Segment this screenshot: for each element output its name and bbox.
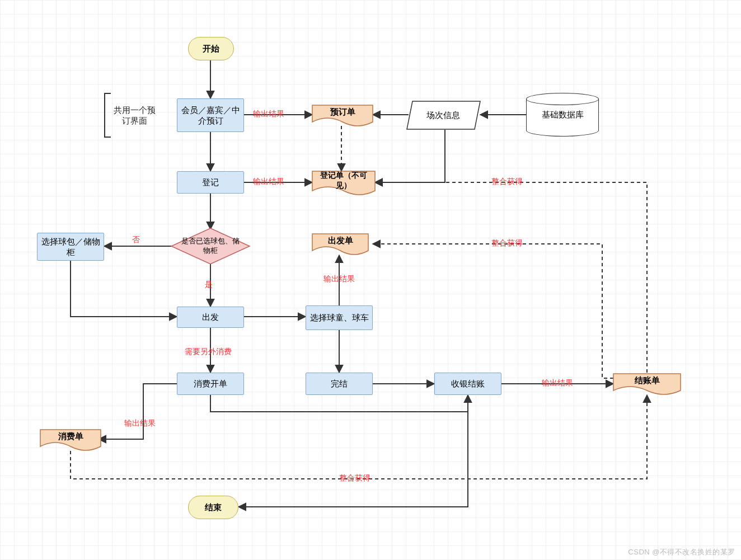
data-session-info: 场次信息 (409, 101, 478, 129)
shared-ui-note-label: 共用一个预订界面 (114, 105, 156, 125)
process-select-bag: 选择球包／储物柜 (37, 233, 104, 261)
edge-output-3: 输出结果 (323, 274, 355, 284)
process-booking: 会员／嘉宾／中介预订 (177, 98, 244, 132)
bracket-annotation (104, 93, 111, 138)
cashier-label: 收银结账 (451, 378, 485, 389)
consume-order-label: 消费开单 (194, 378, 227, 389)
grid-background (0, 0, 741, 560)
process-select-caddie: 选择球童、球车 (306, 305, 373, 330)
doc-consume-label: 消费单 (58, 431, 83, 442)
register-label: 登记 (202, 177, 219, 188)
edge-extra-consume: 需要另外消费 (185, 347, 232, 357)
session-info-label: 场次信息 (426, 110, 460, 121)
shared-ui-note: 共用一个预订界面 (112, 105, 157, 126)
edge-output-1: 输出结果 (253, 109, 284, 119)
select-caddie-label: 选择球童、球车 (310, 312, 369, 323)
select-bag-label: 选择球包／储物柜 (41, 236, 100, 258)
process-depart: 出发 (177, 307, 244, 328)
doc-checkout: 结账单 (613, 373, 681, 388)
edge-integrate-2: 整合获得 (491, 238, 523, 248)
watermark-text: CSDN @不得不改名换姓的某罗 (628, 548, 735, 556)
doc-booking-label: 预订单 (330, 106, 355, 117)
edge-output-5: 输出结果 (542, 378, 573, 388)
edge-no: 否 (132, 235, 140, 245)
base-db-label: 基础数据库 (542, 110, 584, 120)
doc-register: 登记单（不可见） (312, 170, 375, 190)
doc-consume: 消费单 (40, 429, 101, 444)
process-cashier: 收银结账 (434, 373, 501, 395)
doc-booking: 预订单 (312, 104, 373, 120)
process-register: 登记 (177, 171, 244, 194)
doc-depart: 出发单 (312, 233, 368, 248)
doc-checkout-label: 结账单 (635, 375, 660, 386)
edge-integrate-3: 整合获得 (339, 473, 370, 483)
decision-bag: 是否已选球包、储物柜 (177, 234, 244, 258)
edge-output-2: 输出结果 (253, 177, 284, 187)
depart-label: 出发 (202, 312, 219, 323)
end-label: 结束 (205, 502, 222, 513)
terminator-end: 结束 (188, 496, 238, 519)
process-complete: 完结 (306, 373, 373, 395)
terminator-start: 开始 (188, 37, 234, 60)
data-base-db: 基础数据库 (526, 93, 599, 137)
booking-label: 会员／嘉宾／中介预订 (181, 105, 240, 126)
edge-yes: 是 (205, 280, 213, 290)
process-consume-order: 消费开单 (177, 373, 244, 395)
decision-bag-label: 是否已选球包、储物柜 (180, 237, 241, 256)
doc-register-label: 登记单（不可见） (316, 170, 372, 190)
start-label: 开始 (203, 43, 219, 54)
complete-label: 完结 (331, 378, 348, 389)
edge-integrate-1: 整合获得 (491, 177, 523, 187)
doc-depart-label: 出发单 (328, 235, 353, 246)
edge-output-4: 输出结果 (124, 418, 156, 429)
watermark: CSDN @不得不改名换姓的某罗 (628, 547, 735, 557)
